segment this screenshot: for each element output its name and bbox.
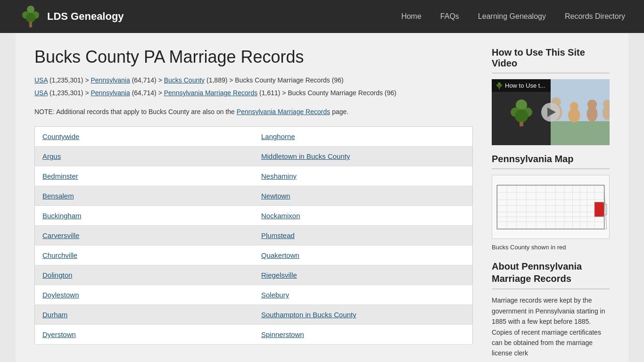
table-cell-col1: Carversville bbox=[35, 226, 254, 246]
nav-learning[interactable]: Learning Genealogy bbox=[478, 12, 546, 21]
page-wrap: Bucks County PA Marriage Records USA (1,… bbox=[16, 33, 628, 362]
table-row: CountywideLanghorne bbox=[35, 127, 473, 147]
pa-map-title: Pennsylvania Map bbox=[492, 154, 610, 165]
table-row: DurhamSouthampton in Bucks County bbox=[35, 305, 473, 325]
table-row: DolingtonRiegelsville bbox=[35, 265, 473, 285]
video-label-text: How to Use t... bbox=[505, 82, 545, 89]
record-link-col1[interactable]: Bedminster bbox=[42, 172, 78, 180]
pa-map-caption: Bucks County shown in red bbox=[492, 244, 610, 251]
svg-point-3 bbox=[26, 13, 35, 23]
record-link-col1[interactable]: Carversville bbox=[42, 231, 79, 239]
page-title: Bucks County PA Marriage Records bbox=[34, 47, 473, 67]
sidebar-divider-3 bbox=[492, 288, 610, 289]
breadcrumb-pa-marriage[interactable]: Pennsylvania Marriage Records bbox=[164, 89, 257, 97]
video-play-button[interactable] bbox=[541, 103, 560, 122]
table-cell-col2: Plumstead bbox=[254, 226, 473, 246]
record-link-col2[interactable]: Neshaminy bbox=[261, 172, 297, 180]
records-tbody: CountywideLanghorneArgusMiddletown in Bu… bbox=[35, 127, 473, 345]
breadcrumb-pa-2[interactable]: Pennsylvania bbox=[91, 89, 130, 97]
table-cell-col1: Doylestown bbox=[35, 285, 254, 305]
table-row: BedminsterNeshaminy bbox=[35, 166, 473, 186]
video-thumb-tree bbox=[510, 98, 533, 126]
record-link-col1[interactable]: Churchville bbox=[42, 251, 77, 259]
table-cell-col1: Argus bbox=[35, 147, 254, 166]
video-tree-svg bbox=[495, 82, 503, 90]
records-table: CountywideLanghorneArgusMiddletown in Bu… bbox=[34, 126, 473, 345]
table-cell-col2: Quakertown bbox=[254, 246, 473, 265]
logo-area: LDS Genealogy bbox=[19, 5, 401, 28]
breadcrumb-2: USA (1,235,301) > Pennsylvania (64,714) … bbox=[34, 88, 473, 98]
how-to-title: How to Use This Site Video bbox=[492, 47, 610, 69]
nav-home[interactable]: Home bbox=[401, 12, 421, 21]
record-link-col2[interactable]: Langhorne bbox=[261, 132, 295, 140]
svg-rect-16 bbox=[551, 121, 610, 145]
breadcrumb-pa-1[interactable]: Pennsylvania bbox=[91, 76, 130, 84]
breadcrumb-usa-1[interactable]: USA bbox=[34, 76, 48, 84]
svg-rect-9 bbox=[499, 87, 500, 89]
pa-map-container[interactable] bbox=[492, 175, 610, 241]
svg-rect-4 bbox=[29, 22, 32, 27]
record-link-col1[interactable]: Durham bbox=[42, 311, 67, 319]
record-link-col1[interactable]: Argus bbox=[42, 152, 61, 160]
table-cell-col2: Middletown in Bucks County bbox=[254, 147, 473, 166]
breadcrumb-usa-2[interactable]: USA bbox=[34, 89, 48, 97]
main-content: Bucks County PA Marriage Records USA (1,… bbox=[34, 47, 473, 359]
svg-point-8 bbox=[498, 84, 501, 87]
table-row: CarversvillePlumstead bbox=[35, 226, 473, 246]
table-row: DoylestownSolebury bbox=[35, 285, 473, 305]
table-cell-col1: Bedminster bbox=[35, 166, 254, 186]
record-link-col2[interactable]: Riegelsville bbox=[261, 271, 297, 279]
content-area: Bucks County PA Marriage Records USA (1,… bbox=[16, 33, 628, 362]
svg-point-13 bbox=[515, 109, 528, 123]
nav-records[interactable]: Records Directory bbox=[565, 12, 625, 21]
record-link-col2[interactable]: Nockamixon bbox=[261, 212, 300, 220]
record-link-col2[interactable]: Southampton in Bucks County bbox=[261, 311, 356, 319]
record-link-col1[interactable]: Buckingham bbox=[42, 212, 82, 220]
record-link-col2[interactable]: Newtown bbox=[261, 192, 290, 200]
table-cell-col1: Buckingham bbox=[35, 206, 254, 226]
video-tree-icon: How to Use t... bbox=[495, 82, 545, 90]
breadcrumb-bucks-1[interactable]: Bucks County bbox=[164, 76, 205, 84]
nav-faqs[interactable]: FAQs bbox=[440, 12, 459, 21]
table-cell-col2: Newtown bbox=[254, 186, 473, 206]
video-thumbnail[interactable]: How to Use t... ⋮ bbox=[492, 79, 610, 145]
record-link-col1[interactable]: Countywide bbox=[42, 132, 79, 140]
sidebar: How to Use This Site Video How to Use t.… bbox=[492, 47, 610, 359]
record-link-col2[interactable]: Solebury bbox=[261, 291, 289, 299]
record-link-col2[interactable]: Quakertown bbox=[261, 251, 299, 259]
table-row: ChurchvilleQuakertown bbox=[35, 246, 473, 265]
svg-rect-43 bbox=[594, 202, 604, 217]
pa-marriage-records-link[interactable]: Pennsylvania Marriage Records bbox=[237, 108, 330, 115]
record-link-col2[interactable]: Plumstead bbox=[261, 231, 295, 239]
table-cell-col1: Dolington bbox=[35, 265, 254, 285]
play-icon bbox=[547, 107, 556, 117]
svg-rect-14 bbox=[520, 122, 523, 126]
svg-point-22 bbox=[587, 99, 597, 109]
svg-point-20 bbox=[570, 102, 578, 110]
logo-tree-icon bbox=[19, 5, 42, 28]
sidebar-divider-2 bbox=[492, 168, 610, 169]
table-cell-col2: Nockamixon bbox=[254, 206, 473, 226]
table-cell-col1: Dyerstown bbox=[35, 325, 254, 345]
table-row: ArgusMiddletown in Bucks County bbox=[35, 147, 473, 166]
table-row: DyerstownSpinnerstown bbox=[35, 325, 473, 345]
record-link-col1[interactable]: Dolington bbox=[42, 271, 72, 279]
record-link-col1[interactable]: Doylestown bbox=[42, 291, 79, 299]
record-link-col2[interactable]: Spinnerstown bbox=[261, 330, 304, 338]
table-cell-col2: Spinnerstown bbox=[254, 325, 473, 345]
table-row: BensalemNewtown bbox=[35, 186, 473, 206]
record-link-col1[interactable]: Bensalem bbox=[42, 192, 74, 200]
about-title: About Pennsylvania Marriage Records bbox=[492, 260, 610, 285]
svg-marker-25 bbox=[497, 185, 606, 229]
pa-map-svg bbox=[492, 175, 610, 239]
table-cell-col1: Durham bbox=[35, 305, 254, 325]
record-link-col2[interactable]: Middletown in Bucks County bbox=[261, 152, 350, 160]
table-cell-col1: Bensalem bbox=[35, 186, 254, 206]
table-cell-col1: Countywide bbox=[35, 127, 254, 147]
record-link-col1[interactable]: Dyerstown bbox=[42, 330, 76, 338]
table-cell-col2: Southampton in Bucks County bbox=[254, 305, 473, 325]
breadcrumb-1: USA (1,235,301) > Pennsylvania (64,714) … bbox=[34, 75, 473, 85]
table-cell-col1: Churchville bbox=[35, 246, 254, 265]
table-cell-col2: Solebury bbox=[254, 285, 473, 305]
header: LDS Genealogy Home FAQs Learning Genealo… bbox=[0, 0, 644, 33]
